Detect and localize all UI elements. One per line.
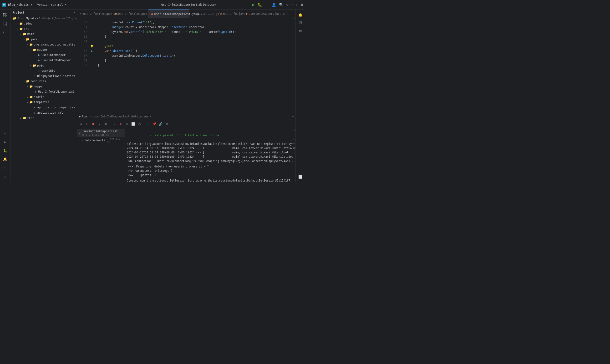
vcs-label[interactable]: Version control [37, 3, 63, 6]
gutter-36[interactable]: ▶ [89, 49, 95, 53]
bookmarks-icon[interactable] [1, 20, 9, 28]
method-label: deleteUser() [85, 139, 105, 142]
tree-idea[interactable]: ▶ 📁 .idea [11, 21, 77, 26]
tree-app-yml[interactable]: ⚙ application.yml [11, 110, 77, 115]
more-menu-button[interactable]: ⋮ [265, 2, 269, 7]
panel-sort-icon[interactable]: ↕ [293, 133, 295, 136]
project-name-label[interactable]: Blog_Mybatis [8, 3, 29, 6]
code-line-34 [97, 39, 293, 44]
panel-scroll-top[interactable]: ⇧ [293, 128, 295, 131]
expand-right-icon[interactable]: ⬜ [297, 173, 304, 180]
debug-button[interactable]: 🐛 [258, 3, 262, 7]
tabs-more-button[interactable]: ▾ [275, 12, 281, 15]
test-method-item[interactable]: ✓ deleteUser() 1 sec 135 ms [77, 137, 125, 144]
vcs-chevron[interactable]: ▾ [65, 3, 66, 6]
line-31-text: Integer count = userInfoXmlMapper.Insert… [97, 25, 206, 29]
panel-copy-icon[interactable]: ⧉ [293, 142, 295, 145]
test-run-tab[interactable]: ✓ UserInfoXmlMapperTest.deleteUser ✕ [91, 113, 151, 120]
tree-src[interactable]: ▾ 📁 src [11, 26, 77, 31]
pause-btn[interactable]: ⏸ [103, 121, 109, 127]
project-header-chevron[interactable]: ▾ [73, 11, 75, 14]
tab-userinfoxmlmapper-xml[interactable]: ◈ UserInfoXmlMapper.xml ✕ [77, 10, 112, 18]
close-button[interactable]: ✕ [301, 3, 303, 7]
filter-fail-btn[interactable]: ✗ [118, 121, 124, 127]
problems-icon[interactable]: ⚠ [1, 172, 9, 180]
static-label: static [34, 95, 44, 99]
project-tree[interactable]: Project ▾ ▾ 📁 Blog_Mybatis D:\Project\Ja… [11, 10, 77, 182]
run-tab[interactable]: ▶ Run [79, 113, 87, 120]
tree-userinfomapper[interactable]: ● UserInfoMapper [11, 52, 77, 58]
line-32-text: System.out.println("添加数据条数:" + count + "… [97, 29, 238, 34]
pin2-btn[interactable]: 🔗 [158, 121, 163, 127]
filter-pass-btn[interactable]: ✓ [112, 121, 117, 127]
search-button[interactable]: 🔍 [279, 3, 284, 7]
pojo-arrow: ▾ [29, 64, 32, 67]
maximize-button[interactable]: □ [296, 3, 298, 7]
test-suite-item[interactable]: ✓ UserInfoXmlMapperTest (org.e 1 sec 135… [77, 129, 125, 137]
editor-settings-icon[interactable]: ⚙ [283, 12, 285, 15]
tree-org[interactable]: ▾ 📁 org.example.blog_mybatis [11, 42, 77, 47]
panel-trash-icon[interactable]: 🗑 [293, 146, 296, 150]
tree-root[interactable]: ▾ 📁 Blog_Mybatis D:\Project\Java_Web\Blo… [11, 16, 77, 21]
notifications-right-icon[interactable]: 🔔 [297, 12, 304, 18]
gutter-32 [89, 29, 95, 34]
time-btn[interactable]: ⏱ [137, 121, 142, 127]
panel-more-btn[interactable]: ⋮ [287, 115, 290, 118]
run-coverage-btn[interactable]: ▶ [97, 121, 103, 127]
export-btn[interactable]: ⇥ [145, 121, 151, 127]
tab-userinfoxmlmappertest-java[interactable]: ● UserInfoXmlMapperTest.java ✕ [148, 10, 189, 18]
run-icon[interactable]: ▶ [1, 138, 9, 146]
tree-blogapp[interactable]: △ BlogMybatisApplication [11, 73, 77, 78]
stop-btn[interactable]: ■ [91, 121, 96, 127]
sql-highlighted-box: ==> Preparing: delete from userinfo wher… [127, 164, 210, 178]
profile-button[interactable]: 👤 [272, 3, 276, 7]
tree-res-mapper[interactable]: ▾ 📁 mapper [11, 84, 77, 89]
terminal-icon[interactable]: ⊡ [1, 130, 9, 137]
vcs-dropdown[interactable]: ▾ [31, 3, 32, 6]
rerun-btn[interactable]: ↺ [78, 121, 84, 127]
code-editor[interactable]: 30 31 32 33 34 35 36 37 38 39 [77, 18, 296, 113]
expand-btn[interactable]: ⬜ [130, 121, 136, 127]
run-gutter-icon[interactable]: ▶ [91, 49, 93, 53]
notifications-icon[interactable]: 🔔 [1, 155, 9, 163]
test-close-icon[interactable]: ✕ [150, 115, 151, 118]
panel-filter-icon[interactable]: ☰ [293, 137, 296, 141]
tree-userinfo[interactable]: ○ UserInfo [11, 68, 77, 73]
code-content[interactable]: userInfo.setPhone("111"); Integer count … [95, 18, 293, 113]
git-icon[interactable]: ⑂ [1, 164, 9, 171]
structure-icon[interactable]: ⋮⋮ [1, 29, 9, 36]
more-tool-btn[interactable]: ⋯ [173, 121, 179, 127]
tab-userinfo-java[interactable]: ○ UserInfo.java ✕ [217, 10, 243, 18]
copy-btn[interactable]: ⧉ [164, 121, 170, 127]
gutter-33 [89, 34, 95, 39]
settings-button[interactable]: ⚙ [286, 3, 288, 7]
tree-main[interactable]: ▾ 📁 main [11, 31, 77, 37]
editor-more-icon[interactable]: ⋮ [290, 12, 294, 15]
database-icon[interactable]: 🗄 [297, 20, 304, 26]
tab-application-yml[interactable]: ⚙ application.yml ✕ [189, 10, 217, 18]
tree-app-properties[interactable]: ⚙ application.properties [11, 105, 77, 110]
tree-java[interactable]: ▾ 📂 java [11, 37, 77, 42]
minimize-button[interactable]: ─ [291, 3, 293, 7]
tab-java-icon3: ● [246, 12, 247, 15]
tree-resources[interactable]: ▾ 📁 resources [11, 78, 77, 84]
tree-userinfoxmlmapper[interactable]: ● UserInfoXmlMapper [11, 58, 77, 63]
maven-icon[interactable]: m [297, 28, 304, 34]
debug-side-icon[interactable]: 🐛 [1, 147, 9, 154]
run-tree: ✓ UserInfoXmlMapperTest (org.e 1 sec 135… [77, 128, 125, 182]
panel-close-btn[interactable]: ─ [292, 115, 294, 118]
pin-btn[interactable]: 📌 [152, 121, 157, 127]
tree-test[interactable]: ▶ 📁 test [11, 115, 77, 120]
sort-btn[interactable]: ⇅ [124, 121, 130, 127]
run-button[interactable]: ▶ [252, 2, 255, 7]
tab-userinfoxmlmapper-java[interactable]: ● UserInfoXmlMapper.java ✕ [112, 10, 148, 18]
tree-pojo[interactable]: ▾ 📁 pojo [11, 63, 77, 68]
rerun-failed-btn[interactable]: ↻ [84, 121, 90, 127]
root-folder-icon: 📁 [13, 16, 16, 20]
tree-static[interactable]: ▶ 📁 static [11, 94, 77, 100]
tree-mapper-folder[interactable]: ▾ 📁 mapper [11, 47, 77, 52]
project-view-icon[interactable] [1, 12, 9, 19]
tab-userinfomapper-java[interactable]: ● UserInfoMapper.java ✕ [243, 10, 275, 18]
tree-templates[interactable]: ▶ 📁 templates [11, 100, 77, 105]
tree-userinfoxmlmapper-xml[interactable]: ◈ UserInfoXmlMapper.xml [11, 89, 77, 94]
